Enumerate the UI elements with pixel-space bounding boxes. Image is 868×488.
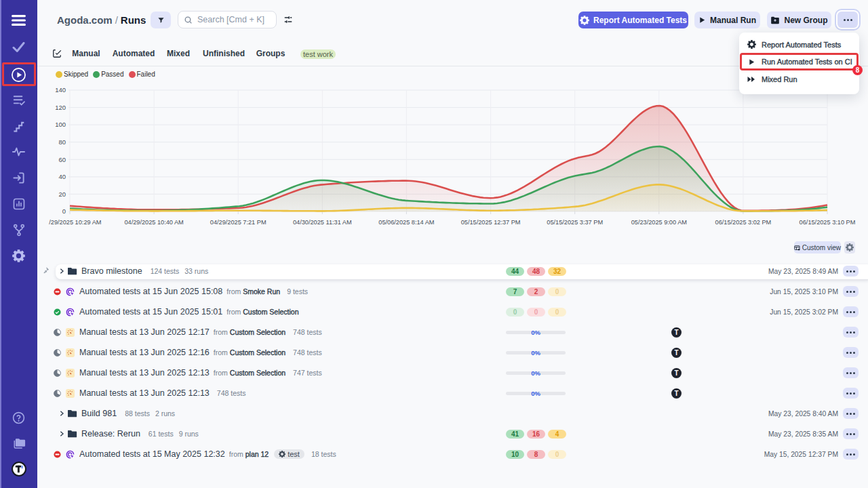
svg-text:20: 20 bbox=[58, 190, 66, 198]
svg-text:04/30/2025 11:31 AM: 04/30/2025 11:31 AM bbox=[293, 219, 352, 226]
svg-text:40: 40 bbox=[58, 173, 66, 180]
svg-text:04/29/2025 7:21 PM: 04/29/2025 7:21 PM bbox=[210, 219, 267, 226]
svg-text:05/15/2025 3:37 PM: 05/15/2025 3:37 PM bbox=[547, 219, 603, 226]
svg-text:120: 120 bbox=[55, 104, 66, 111]
svg-text:100: 100 bbox=[55, 121, 66, 128]
svg-text:0: 0 bbox=[62, 207, 66, 215]
svg-text:05/06/2025 8:14 AM: 05/06/2025 8:14 AM bbox=[378, 219, 434, 226]
svg-text:140: 140 bbox=[55, 86, 66, 94]
svg-text:/29/2025 10:29 AM: /29/2025 10:29 AM bbox=[49, 219, 101, 226]
svg-text:05/23/2025 9:00 AM: 05/23/2025 9:00 AM bbox=[631, 219, 687, 226]
svg-text:06/15/2025 3:10 PM: 06/15/2025 3:10 PM bbox=[800, 219, 856, 226]
svg-text:04/29/2025 10:40 AM: 04/29/2025 10:40 AM bbox=[124, 219, 183, 226]
svg-text:80: 80 bbox=[58, 138, 66, 146]
svg-text:60: 60 bbox=[58, 156, 66, 163]
svg-text:06/15/2025 3:02 PM: 06/15/2025 3:02 PM bbox=[715, 219, 772, 226]
svg-text:05/15/2025 12:37 PM: 05/15/2025 12:37 PM bbox=[461, 219, 521, 226]
